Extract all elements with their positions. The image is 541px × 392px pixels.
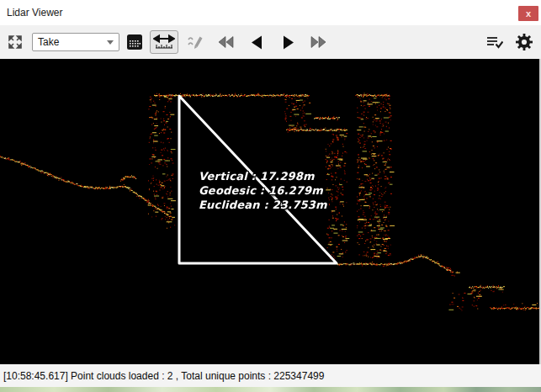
measurement-label: Vertical : 17.298m Geodesic : 16.279m Eu… <box>199 169 327 212</box>
skip-forward-button[interactable] <box>310 35 327 50</box>
close-button[interactable]: x <box>518 6 538 21</box>
measure-tool-button[interactable] <box>150 30 178 54</box>
display-list-button[interactable] <box>486 35 503 49</box>
lidar-viewport[interactable]: Vertical : 17.298m Geodesic : 16.279m Eu… <box>0 59 541 364</box>
settings-button[interactable] <box>515 33 533 51</box>
measurement-vertical: Vertical : 17.298m <box>199 169 327 183</box>
step-backward-button[interactable] <box>249 35 264 50</box>
measurement-geodesic: Geodesic : 16.279m <box>199 183 327 198</box>
skip-backward-button[interactable] <box>217 35 234 50</box>
fullscreen-expand-icon <box>8 35 22 49</box>
status-bar: [10:58:45.617] Point clouds loaded : 2 ,… <box>0 364 541 387</box>
take-dropdown-value: Take <box>38 36 107 48</box>
measure-distance-icon <box>153 34 175 50</box>
step-backward-icon <box>249 35 264 50</box>
window-title: Lidar Viewer <box>7 7 62 19</box>
toolbar: Take <box>0 25 541 59</box>
annotate-button[interactable] <box>187 34 204 50</box>
chevron-down-icon <box>107 40 114 45</box>
step-forward-icon <box>281 35 296 50</box>
desktop-wallpaper-strip <box>0 387 541 392</box>
dither-matrix-button[interactable] <box>126 34 143 50</box>
fullscreen-button[interactable] <box>8 35 22 49</box>
dither-matrix-icon <box>126 34 143 50</box>
step-forward-button[interactable] <box>281 35 296 50</box>
settings-gear-icon <box>515 33 533 51</box>
title-bar: Lidar Viewer x <box>0 0 541 25</box>
take-dropdown[interactable]: Take <box>32 33 119 51</box>
measurement-euclidean: Euclidean : 23.753m <box>199 198 327 212</box>
status-message: [10:58:45.617] Point clouds loaded : 2 ,… <box>3 370 324 382</box>
close-icon: x <box>526 9 531 19</box>
lidar-viewer-window: Lidar Viewer x Take <box>0 0 541 392</box>
skip-backward-icon <box>217 35 234 49</box>
skip-forward-icon <box>310 35 327 49</box>
display-list-check-icon <box>486 35 503 49</box>
annotate-pencil-icon <box>187 34 204 50</box>
